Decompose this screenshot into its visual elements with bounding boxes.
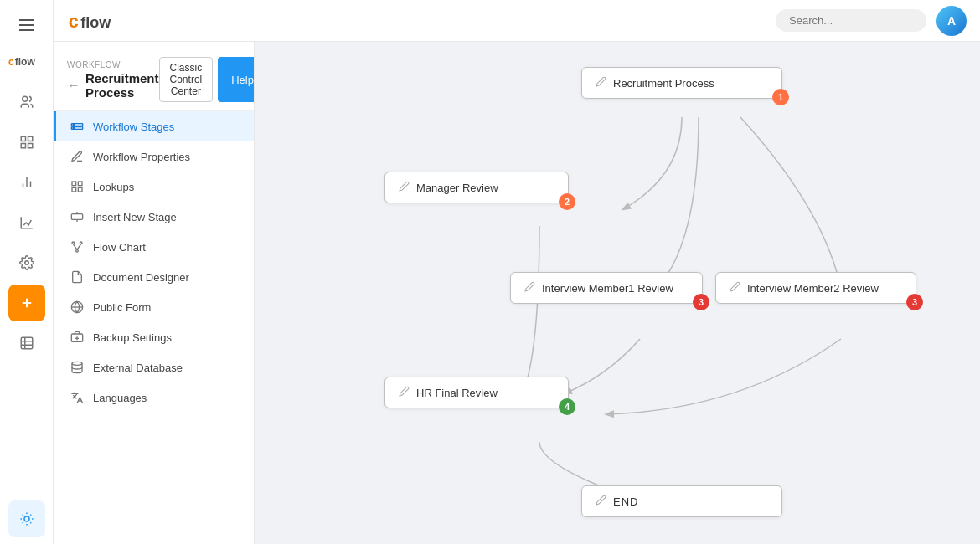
sidebar-analytics-icon[interactable] [8,204,45,241]
node-manager-review[interactable]: Manager Review 2 [384,172,569,203]
insert-new-stage-icon [70,209,85,224]
svg-point-44 [72,362,82,365]
svg-text:c: c [8,56,14,68]
svg-text:flow: flow [14,56,35,68]
svg-rect-9 [28,144,32,148]
sidebar-label-flow-chart: Flow Chart [93,241,146,254]
svg-rect-8 [21,144,25,148]
workflow-properties-icon [70,149,85,164]
search-input[interactable] [776,9,926,32]
workflow-stages-icon [70,119,85,134]
sidebar-item-languages[interactable]: Languages [54,382,254,413]
sidebar-item-flow-chart[interactable]: Flow Chart [54,232,254,262]
main-panel: c flow A WORKFLOW ← Recruitment Process [54,0,980,544]
node-badge-1: 1 [772,89,789,105]
svg-point-34 [72,242,75,244]
node-recruitment-process[interactable]: Recruitment Process 1 [581,67,782,99]
node-end[interactable]: END [581,485,782,517]
svg-rect-7 [28,136,32,141]
top-header: c flow A [54,0,980,42]
svg-rect-30 [78,187,82,192]
node-interview-member2[interactable]: Interview Member2 Review 3 [715,272,916,304]
sidebar-label-languages: Languages [93,392,147,404]
node-interview-member1[interactable]: Interview Member1 Review 3 [510,272,703,304]
svg-rect-2 [19,29,34,31]
sidebar-grid-icon[interactable] [8,124,45,161]
svg-line-37 [73,244,77,250]
sidebar-label-external-database: External Database [93,362,183,374]
svg-point-36 [76,249,79,252]
sidebar-label-backup-settings: Backup Settings [93,331,172,344]
sidebar-chart-icon[interactable] [8,164,45,201]
svg-rect-0 [19,19,34,21]
node-label-manager-review: Manager Review [416,182,498,194]
lookups-icon [70,179,85,194]
svg-text:flow: flow [80,14,111,31]
sidebar-settings-icon[interactable] [8,244,45,281]
workflow-label: WORKFLOW [67,60,159,69]
sidebar-theme-icon[interactable] [8,500,45,537]
node-edit-icon[interactable] [730,281,740,295]
svg-rect-1 [19,24,34,26]
svg-line-38 [77,244,81,250]
sidebar-item-workflow-properties[interactable]: Workflow Properties [54,141,254,172]
svg-point-35 [80,242,82,244]
svg-rect-6 [21,136,25,141]
classic-control-center-button[interactable]: Classic Control Center [159,57,214,102]
document-designer-icon [70,269,85,285]
node-badge-3a: 3 [693,294,709,310]
node-label-interview-member1: Interview Member1 Review [542,282,673,295]
node-edit-icon[interactable] [596,76,606,90]
sidebar-people-icon[interactable] [8,84,45,121]
node-label-recruitment-process: Recruitment Process [613,77,714,90]
svg-rect-16 [21,337,33,349]
node-edit-icon[interactable] [524,281,535,295]
flow-chart-icon [70,239,85,254]
node-hr-final-review[interactable]: HR Final Review 4 [384,377,569,408]
backup-settings-icon [70,330,85,345]
node-edit-icon[interactable] [596,495,606,508]
back-button[interactable]: ← [67,78,80,93]
sidebar-item-workflow-stages[interactable]: Workflow Stages [54,111,254,141]
sidebar-item-public-form[interactable]: Public Form [54,292,254,322]
svg-text:c: c [69,11,79,32]
public-form-icon [70,300,85,315]
menu-sidebar: WORKFLOW ← Recruitment Process Classic C… [54,42,255,544]
node-edit-icon[interactable] [399,181,410,194]
languages-icon [70,390,85,405]
sidebar-label-workflow-stages: Workflow Stages [93,121,174,133]
svg-point-25 [73,124,75,126]
node-label-hr-final-review: HR Final Review [416,387,498,399]
sidebar-add-icon[interactable] [8,285,45,321]
node-badge-2: 2 [559,193,575,210]
node-edit-icon[interactable] [399,386,410,399]
sidebar-item-insert-new-stage[interactable]: Insert New Stage [54,202,254,232]
sidebar-item-external-database[interactable]: External Database [54,352,254,382]
user-avatar[interactable]: A [936,6,967,36]
icon-sidebar: c flow [0,0,54,544]
node-label-interview-member2: Interview Member2 Review [747,282,879,295]
sidebar-item-lookups[interactable]: Lookups [54,172,254,202]
workflow-canvas: Recruitment Process 1 Manager Review 2 I… [255,42,980,544]
node-badge-3b: 3 [906,294,923,310]
logo: c flow [8,47,45,77]
help-button[interactable]: Help [218,57,255,102]
workflow-title: Recruitment Process [85,71,159,100]
sidebar-label-insert-new-stage: Insert New Stage [93,211,177,223]
hamburger-menu[interactable] [8,7,45,44]
content-row: WORKFLOW ← Recruitment Process Classic C… [54,42,980,544]
node-label-end: END [613,495,638,508]
svg-point-5 [22,96,27,101]
sidebar-table-icon[interactable] [8,325,45,362]
node-badge-4: 4 [559,398,575,415]
sidebar-label-workflow-properties: Workflow Properties [93,151,190,163]
svg-point-26 [73,127,75,129]
sidebar-item-backup-settings[interactable]: Backup Settings [54,322,254,352]
sidebar-label-public-form: Public Form [93,301,151,314]
sidebar-item-document-designer[interactable]: Document Designer [54,262,254,292]
external-database-icon [70,360,85,375]
sidebar-label-document-designer: Document Designer [93,271,189,284]
svg-rect-27 [72,182,76,186]
svg-point-20 [24,516,29,521]
sidebar-label-lookups: Lookups [93,181,134,193]
